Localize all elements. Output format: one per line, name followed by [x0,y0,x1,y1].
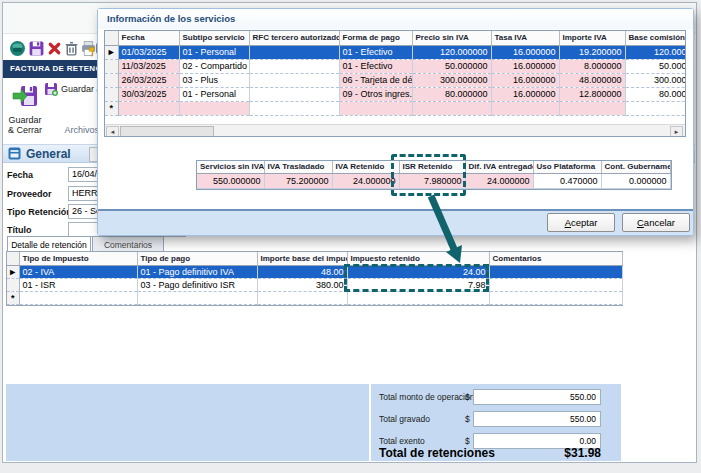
new-row-marker[interactable]: * [7,292,19,305]
grid-cell[interactable]: 120.000000 [625,46,686,60]
save-icon[interactable] [28,40,45,57]
col-forma-pago[interactable]: Forma de pago [339,31,412,46]
grid-cell[interactable]: 300.000000 [625,74,686,88]
grid-cell[interactable] [249,74,339,88]
grid-cell[interactable] [625,102,686,116]
grid-cell[interactable]: 01 - Efectivo [339,60,412,74]
grid-cell[interactable] [412,102,491,116]
grid-cell[interactable]: 03 - Plus [179,74,249,88]
grid-cell[interactable] [559,102,625,116]
grid-cell[interactable] [347,292,489,305]
grid-cell[interactable]: 02 - IVA [19,266,137,279]
row-indicator[interactable] [105,60,118,74]
grid-cell[interactable]: 120.000000 [412,46,491,60]
grid-cell[interactable] [257,292,347,305]
grid-cell[interactable]: 16.000000 [491,46,559,60]
total-gravado-label: Total gravado [379,414,474,424]
aceptar-button[interactable]: Aceptar [547,213,615,232]
grid-cell[interactable]: 380.00 [257,279,347,292]
row-indicator[interactable] [7,279,19,292]
grid-cell[interactable] [249,88,339,102]
grid-cell[interactable]: 30/03/2025 [118,88,179,102]
grid-cell[interactable]: 03 - Pago definitivo ISR [137,279,257,292]
grid-cell[interactable]: 50.000000 [625,60,686,74]
col-subtipo[interactable]: Subtipo servicio [179,31,249,46]
grid-cell[interactable]: 8.000000 [559,60,625,74]
grid-cell[interactable] [179,102,249,116]
col-fecha[interactable]: Fecha [118,31,179,46]
save-close-label-1: Guardar [6,115,44,125]
grid-cell[interactable] [489,279,622,292]
grid-cell[interactable]: 50.000000 [412,60,491,74]
col-rfc[interactable]: RFC tercero autorizado [249,31,339,46]
grid-cell[interactable]: 01 - Personal [179,46,249,60]
grid-cell[interactable]: 01 - ISR [19,279,137,292]
grid-cell[interactable] [339,102,412,116]
total-exento-label: Total exento [379,436,474,446]
grid-cell[interactable]: 80.000000 [625,88,686,102]
col-tasa-iva[interactable]: Tasa IVA [491,31,559,46]
table-row[interactable]: ► 02 - IVA 01 - Pago definitivo IVA 48.0… [7,266,622,279]
col-tipo-impuesto[interactable]: Tipo de Impuesto [19,252,137,266]
grid-cell[interactable]: 01 - Personal [179,88,249,102]
grid-cell[interactable]: 01 - Efectivo [339,46,412,60]
grid-cell[interactable]: 48.000000 [559,74,625,88]
grid-cell[interactable]: 19.200000 [559,46,625,60]
proveedor-label: Proveedor [7,189,52,199]
total-gravado-field[interactable]: 550.00 [473,411,601,427]
col-base-comision[interactable]: Base comisión [625,31,686,46]
grid-cell[interactable]: 80.000000 [412,88,491,102]
grid-cell[interactable]: 16.000000 [491,60,559,74]
col-comentarios[interactable]: Comentarios [489,252,622,266]
cancelar-button[interactable]: Cancelar [622,213,690,232]
grid-cell[interactable]: 01 - Pago definitivo IVA [137,266,257,279]
grid-cell[interactable]: 26/03/2025 [118,74,179,88]
isr-retenido-highlight-box [391,154,466,196]
current-row-marker[interactable]: ► [7,266,19,279]
grid-cell[interactable] [489,292,622,305]
grid-cell[interactable] [19,292,137,305]
titulo-label: Título [7,225,32,235]
row-indicator[interactable] [105,88,118,102]
new-row[interactable]: * [105,102,686,116]
grid-cell[interactable]: 12.800000 [559,88,625,102]
row-indicator[interactable] [105,74,118,88]
scrollbar-thumb[interactable] [120,126,214,137]
table-row[interactable]: ► 01/03/2025 01 - Personal 01 - Efectivo… [105,46,686,60]
scroll-right-icon[interactable]: ► [670,126,683,137]
grid-cell[interactable]: 11/03/2025 [118,60,179,74]
table-row[interactable]: 01 - ISR 03 - Pago definitivo ISR 380.00… [7,279,622,292]
grid-cell[interactable]: 01/03/2025 [118,46,179,60]
current-row-marker[interactable]: ► [105,46,118,60]
col-importe-iva[interactable]: Importe IVA [559,31,625,46]
grid-cell[interactable]: 48.00 [257,266,347,279]
new-row[interactable]: * [7,292,622,305]
trash-icon[interactable] [63,40,80,57]
grid-cell[interactable] [491,102,559,116]
delete-icon[interactable] [46,40,63,57]
row-indicator-header [7,252,19,266]
grid-cell[interactable] [118,102,179,116]
grid-cell[interactable]: 16.000000 [491,74,559,88]
grid-cell[interactable] [249,102,339,116]
table-row[interactable]: 26/03/2025 03 - Plus 06 - Tarjeta de dé.… [105,74,686,88]
col-tipo-pago[interactable]: Tipo de pago [137,252,257,266]
grid-cell[interactable]: 300.000000 [412,74,491,88]
grid-cell[interactable]: 06 - Tarjeta de dé... [339,74,412,88]
grid-cell[interactable] [137,292,257,305]
col-importe-base[interactable]: Importe base del impuesto [257,252,347,266]
grid-cell[interactable] [489,266,622,279]
col-precio-sin-iva[interactable]: Precio sin IVA [412,31,491,46]
cash-icon[interactable] [9,40,26,57]
horizontal-scrollbar[interactable]: ◄ ► [105,124,685,137]
grid-cell[interactable] [249,60,339,74]
grid-cell[interactable]: 16.000000 [491,88,559,102]
table-row[interactable]: 30/03/2025 01 - Personal 09 - Otros ingr… [105,88,686,102]
table-row[interactable]: 11/03/2025 02 - Compartido 01 - Efectivo… [105,60,686,74]
new-row-marker[interactable]: * [105,102,118,116]
grid-cell[interactable]: 09 - Otros ingres... [339,88,412,102]
grid-cell[interactable] [249,46,339,60]
grid-cell[interactable]: 02 - Compartido [179,60,249,74]
scroll-left-icon[interactable]: ◄ [106,126,119,137]
total-operaciones-field[interactable]: 550.00 [473,389,601,405]
